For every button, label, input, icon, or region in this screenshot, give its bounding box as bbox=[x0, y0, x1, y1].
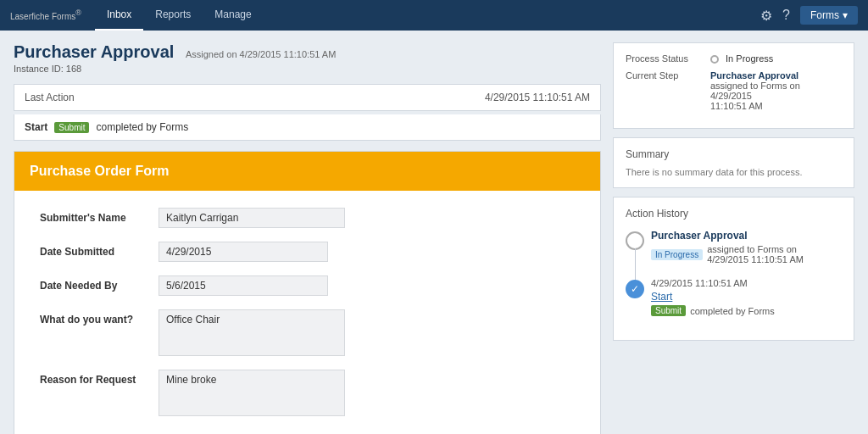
history-dot-2: ✓ bbox=[626, 280, 644, 298]
brand-name: Laserfiche Forms bbox=[10, 12, 75, 21]
process-status-text: In Progress bbox=[726, 53, 773, 64]
action-history-title: Action History bbox=[626, 208, 842, 220]
start-row: Start Submit completed by Forms bbox=[14, 114, 601, 141]
form-row-reason: Reason for Request Mine broke bbox=[40, 370, 575, 416]
field-value-want: Office Chair bbox=[159, 309, 345, 356]
page-title: Purchaser Approval bbox=[14, 42, 174, 61]
process-status-row: Process Status In Progress bbox=[626, 53, 842, 64]
history-item-1: Purchaser Approval In Progress assigned … bbox=[626, 230, 842, 266]
left-panel: Purchaser Approval Assigned on 4/29/2015… bbox=[14, 42, 601, 434]
instance-id-row: Instance ID: 168 bbox=[14, 64, 601, 74]
start-detail: completed by Forms bbox=[96, 121, 188, 133]
history-item-2-link[interactable]: Start bbox=[651, 291, 842, 303]
brand-super: ® bbox=[75, 8, 81, 17]
process-status-value: In Progress bbox=[710, 53, 842, 64]
current-step-value: Purchaser Approval assigned to Forms on … bbox=[710, 70, 842, 111]
settings-icon[interactable]: ⚙ bbox=[760, 8, 772, 24]
field-value-date-submitted: 4/29/2015 bbox=[159, 242, 328, 262]
field-label-date-needed: Date Needed By bbox=[40, 275, 159, 292]
current-step-title: Purchaser Approval bbox=[710, 70, 842, 81]
instance-id-label: Instance ID: bbox=[14, 64, 64, 74]
form-body: Submitter's Name Kaitlyn Carrigan Date S… bbox=[14, 191, 600, 434]
right-panel: Process Status In Progress Current Step … bbox=[613, 42, 854, 341]
status-dot-icon bbox=[710, 55, 719, 64]
current-step-sub: assigned to Forms on 4/29/2015 11:10:51 … bbox=[710, 81, 842, 111]
form-row-date-submitted: Date Submitted 4/29/2015 bbox=[40, 242, 575, 262]
history-content-2: 4/29/2015 11:10:51 AM Start Submit compl… bbox=[651, 278, 842, 318]
brand-logo: Laserfiche Forms® bbox=[10, 8, 81, 22]
nav-inbox[interactable]: Inbox bbox=[95, 0, 143, 31]
form-row-want: What do you want? Office Chair bbox=[40, 309, 575, 356]
forms-button-label: Forms bbox=[810, 9, 839, 21]
action-history-card: Action History Purchaser Approval In Pro… bbox=[613, 197, 854, 341]
form-card: Purchase Order Form Submitter's Name Kai… bbox=[14, 151, 601, 434]
summary-empty-text: There is no summary data for this proces… bbox=[626, 167, 842, 177]
field-label-submitter: Submitter's Name bbox=[40, 208, 159, 224]
instance-id-value: 168 bbox=[66, 64, 81, 74]
history-item-1-title: Purchaser Approval bbox=[651, 230, 842, 242]
nav-manage[interactable]: Manage bbox=[203, 0, 263, 31]
history-item-2: ✓ 4/29/2015 11:10:51 AM Start Submit com… bbox=[626, 278, 842, 318]
field-value-date-needed: 5/6/2015 bbox=[159, 275, 328, 296]
field-label-reason: Reason for Request bbox=[40, 370, 159, 386]
current-step-label: Current Step bbox=[626, 70, 710, 81]
nav-right-actions: ⚙ ? Forms ▾ bbox=[760, 6, 858, 25]
form-row-date-needed: Date Needed By 5/6/2015 bbox=[40, 275, 575, 296]
history-item-2-detail: completed by Forms bbox=[690, 306, 775, 316]
nav-reports[interactable]: Reports bbox=[143, 0, 203, 31]
current-step-row: Current Step Purchaser Approval assigned… bbox=[626, 70, 842, 111]
history-item-1-detail: assigned to Forms on 4/29/2015 11:10:51 … bbox=[707, 244, 804, 264]
forms-dropdown-arrow: ▾ bbox=[843, 9, 848, 21]
last-action-label: Last Action bbox=[25, 92, 75, 103]
history-dot-1 bbox=[626, 231, 644, 250]
form-row-submitter: Submitter's Name Kaitlyn Carrigan bbox=[40, 208, 575, 228]
main-content: Purchaser Approval Assigned on 4/29/2015… bbox=[0, 31, 868, 434]
page-title-area: Purchaser Approval Assigned on 4/29/2015… bbox=[14, 42, 601, 74]
history-item-2-badge-row: Submit completed by Forms bbox=[651, 305, 842, 316]
submit-badge: Submit bbox=[54, 122, 89, 133]
last-action-timestamp: 4/29/2015 11:10:51 AM bbox=[485, 92, 590, 103]
process-status-card: Process Status In Progress Current Step … bbox=[613, 42, 854, 129]
top-navigation: Laserfiche Forms® Inbox Reports Manage ⚙… bbox=[0, 0, 868, 31]
summary-title: Summary bbox=[626, 148, 842, 160]
summary-card: Summary There is no summary data for thi… bbox=[613, 137, 854, 188]
field-value-submitter: Kaitlyn Carrigan bbox=[159, 208, 345, 228]
checkmark-icon: ✓ bbox=[631, 283, 639, 295]
field-label-want: What do you want? bbox=[40, 309, 159, 326]
form-card-header: Purchase Order Form bbox=[14, 152, 600, 191]
history-item-1-badge-row: In Progress assigned to Forms on 4/29/20… bbox=[651, 244, 842, 264]
submit-badge-2: Submit bbox=[651, 305, 686, 316]
field-label-date-submitted: Date Submitted bbox=[40, 242, 159, 258]
assigned-meta: Assigned on 4/29/2015 11:10:51 AM bbox=[186, 49, 336, 59]
field-value-reason: Mine broke bbox=[159, 370, 345, 416]
history-content-1: Purchaser Approval In Progress assigned … bbox=[651, 230, 842, 266]
help-icon[interactable]: ? bbox=[782, 8, 790, 23]
nav-links: Inbox Reports Manage bbox=[95, 0, 264, 31]
process-status-label: Process Status bbox=[626, 53, 710, 64]
forms-dropdown-button[interactable]: Forms ▾ bbox=[800, 6, 858, 25]
start-label: Start bbox=[25, 121, 47, 133]
history-item-2-timestamp: 4/29/2015 11:10:51 AM bbox=[651, 278, 842, 288]
last-action-bar: Last Action 4/29/2015 11:10:51 AM bbox=[14, 84, 601, 111]
in-progress-badge-1: In Progress bbox=[651, 249, 703, 260]
